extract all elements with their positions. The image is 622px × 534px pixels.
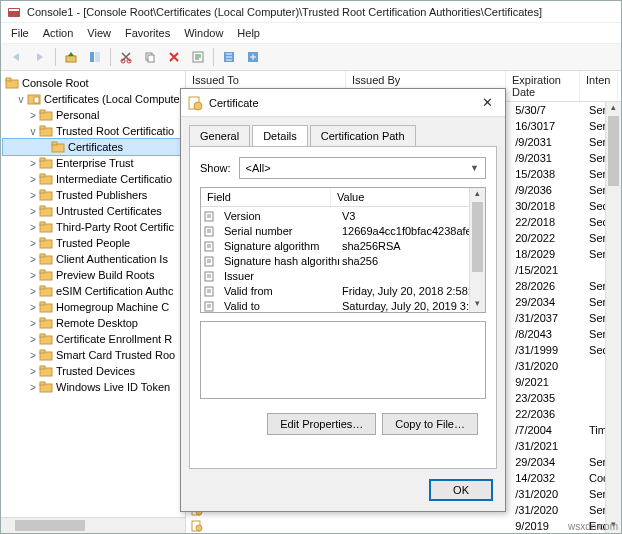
tree-item[interactable]: >Trusted Publishers	[3, 187, 183, 203]
tree-item[interactable]: >Windows Live ID Token	[3, 379, 183, 395]
menu-view[interactable]: View	[87, 27, 111, 39]
twisty-icon[interactable]: >	[27, 270, 39, 281]
svg-rect-51	[40, 382, 45, 385]
menu-window[interactable]: Window	[184, 27, 223, 39]
show-combobox[interactable]: <All> ▼	[239, 157, 486, 179]
tree-item[interactable]: >Preview Build Roots	[3, 267, 183, 283]
fields-scrollbar-v[interactable]: ▴ ▾	[469, 188, 485, 312]
show-hide-tree-button[interactable]	[84, 46, 106, 68]
refresh-button[interactable]	[218, 46, 240, 68]
properties-button[interactable]	[187, 46, 209, 68]
col-expiration[interactable]: Expiration Date	[506, 71, 580, 101]
twisty-icon[interactable]: >	[27, 238, 39, 249]
cell-expiration: 20/2022	[509, 232, 583, 244]
tree-item[interactable]: >Trusted Devices	[3, 363, 183, 379]
field-col-value[interactable]: Value	[331, 188, 485, 206]
twisty-icon[interactable]: >	[27, 222, 39, 233]
scroll-up-icon[interactable]: ▴	[470, 188, 485, 202]
tree-pane[interactable]: Console Root v Certificates (Local Compu…	[1, 71, 186, 533]
tree-item[interactable]: >Intermediate Certificatio	[3, 171, 183, 187]
up-button[interactable]	[60, 46, 82, 68]
twisty-icon[interactable]: >	[27, 174, 39, 185]
tree-root[interactable]: Console Root	[3, 75, 183, 91]
twisty-icon[interactable]: >	[27, 206, 39, 217]
field-list[interactable]: Field Value VersionV3Serial number12669a…	[200, 187, 486, 313]
twisty-icon[interactable]: >	[27, 190, 39, 201]
property-icon	[204, 300, 218, 312]
tree-item[interactable]: >Untrusted Certificates	[3, 203, 183, 219]
twisty-icon[interactable]: >	[27, 366, 39, 377]
folder-icon	[39, 381, 53, 393]
tree-item[interactable]: >Trusted People	[3, 235, 183, 251]
svg-rect-19	[40, 126, 45, 129]
tab-details[interactable]: Details	[252, 125, 308, 146]
twisty-icon[interactable]: >	[27, 254, 39, 265]
field-detail-text[interactable]	[200, 321, 486, 399]
twisty-icon[interactable]: >	[27, 158, 39, 169]
field-row[interactable]: Signature algorithmsha256RSA	[201, 238, 469, 253]
twisty-open-icon[interactable]: v	[15, 94, 27, 105]
cell-expiration: /15/2021	[509, 264, 583, 276]
twisty-icon[interactable]: >	[27, 302, 39, 313]
tree-certs[interactable]: v Certificates (Local Compute	[3, 91, 183, 107]
tree-item[interactable]: >Personal	[3, 107, 183, 123]
cell-expiration: 30/2018	[509, 200, 583, 212]
field-value: V3	[339, 210, 469, 222]
cell-expiration: 29/2034	[509, 456, 583, 468]
field-name: Valid from	[221, 285, 339, 297]
twisty-icon[interactable]: >	[27, 350, 39, 361]
export-list-button[interactable]	[242, 46, 264, 68]
scroll-down-icon[interactable]: ▾	[470, 298, 485, 312]
twisty-icon[interactable]: >	[27, 382, 39, 393]
edit-properties-button[interactable]: Edit Properties…	[267, 413, 376, 435]
close-button[interactable]: ✕	[475, 93, 499, 113]
ok-button[interactable]: OK	[429, 479, 493, 501]
tree-item[interactable]: >Certificate Enrollment R	[3, 331, 183, 347]
tree-item[interactable]: >Smart Card Trusted Roo	[3, 347, 183, 363]
field-row[interactable]: Serial number12669a4cc1f0bfac4238afe9a6…	[201, 223, 469, 238]
tree-item[interactable]: >Homegroup Machine C	[3, 299, 183, 315]
field-row[interactable]: Issuer	[201, 268, 469, 283]
menu-action[interactable]: Action	[43, 27, 74, 39]
menu-favorites[interactable]: Favorites	[125, 27, 170, 39]
list-row[interactable]: 9/2019Encry	[186, 518, 621, 533]
dialog-titlebar[interactable]: Certificate ✕	[181, 89, 505, 117]
field-row[interactable]: Valid fromFriday, July 20, 2018 2:58:24	[201, 283, 469, 298]
tree-certs-label: Certificates (Local Compute	[44, 93, 180, 105]
scroll-thumb[interactable]	[608, 116, 619, 186]
field-row[interactable]: Signature hash algorithmsha256	[201, 253, 469, 268]
tree-item-certificates[interactable]: Certificates	[3, 139, 183, 155]
chevron-down-icon: ▼	[470, 163, 479, 173]
cell-expiration: 15/2038	[509, 168, 583, 180]
tree-item[interactable]: >Third-Party Root Certific	[3, 219, 183, 235]
scroll-up-icon[interactable]: ▴	[606, 102, 621, 116]
field-row[interactable]: VersionV3	[201, 208, 469, 223]
tree-item[interactable]: >Remote Desktop	[3, 315, 183, 331]
svg-rect-45	[40, 334, 45, 337]
tab-general[interactable]: General	[189, 125, 250, 146]
twisty-icon[interactable]: >	[27, 318, 39, 329]
tab-certification-path[interactable]: Certification Path	[310, 125, 416, 146]
tree-item[interactable]: >eSIM Certification Authc	[3, 283, 183, 299]
tree-scrollbar-h[interactable]	[1, 517, 185, 533]
twisty-icon[interactable]: >	[27, 110, 39, 121]
copy-button[interactable]	[139, 46, 161, 68]
field-row[interactable]: Valid toSaturday, July 20, 2019 3:18:…	[201, 298, 469, 312]
delete-button[interactable]	[163, 46, 185, 68]
cut-button[interactable]	[115, 46, 137, 68]
copy-to-file-button[interactable]: Copy to File…	[382, 413, 478, 435]
twisty-icon[interactable]: v	[27, 126, 39, 137]
tree-item[interactable]: >Enterprise Trust	[3, 155, 183, 171]
scroll-thumb[interactable]	[472, 202, 483, 272]
field-name: Serial number	[221, 225, 339, 237]
field-col-field[interactable]: Field	[201, 188, 331, 206]
twisty-icon[interactable]: >	[27, 286, 39, 297]
col-intended[interactable]: Inten	[580, 71, 618, 101]
tree-item[interactable]: vTrusted Root Certificatio	[3, 123, 183, 139]
menu-file[interactable]: File	[11, 27, 29, 39]
cell-expiration: 28/2026	[509, 280, 583, 292]
tree-item[interactable]: >Client Authentication Is	[3, 251, 183, 267]
menu-help[interactable]: Help	[237, 27, 260, 39]
list-scrollbar-v[interactable]: ▴ ▾	[605, 102, 621, 533]
twisty-icon[interactable]: >	[27, 334, 39, 345]
